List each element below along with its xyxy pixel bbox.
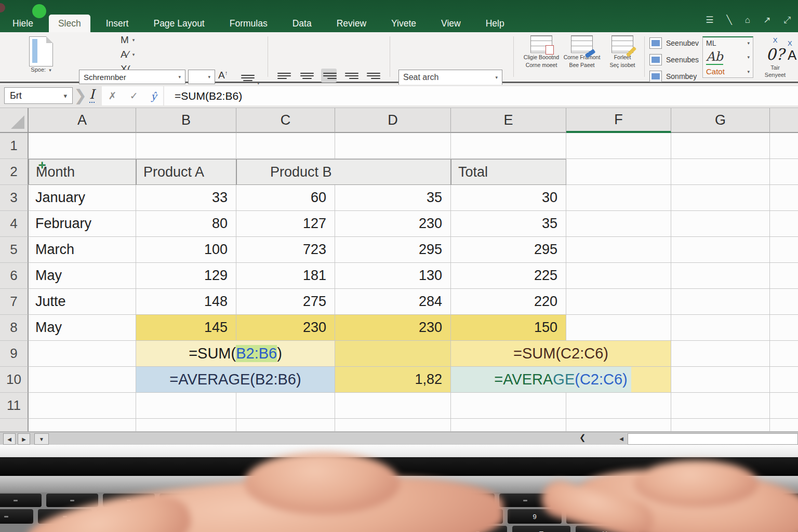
cell-H9[interactable] xyxy=(770,341,798,367)
menu-tab-slech[interactable]: Slech xyxy=(49,15,90,33)
cell-B3[interactable]: 33 xyxy=(136,185,236,211)
row-header-8[interactable]: 8 xyxy=(0,315,29,341)
cell-A8[interactable]: May xyxy=(29,315,136,341)
cell-G4[interactable] xyxy=(671,211,770,237)
cell-A7[interactable]: Jutte xyxy=(29,289,136,315)
cell-D3[interactable]: 35 xyxy=(335,185,451,211)
cell-H6[interactable] xyxy=(770,263,798,289)
share-arrow-icon[interactable]: ↗ xyxy=(763,15,770,25)
cell-H11[interactable] xyxy=(770,393,798,419)
menu-tab-review[interactable]: Review xyxy=(336,15,367,32)
cell-E9[interactable]: =SUM(C2:C6) xyxy=(451,341,671,367)
formula-input[interactable]: =SUM(B2:B6) xyxy=(164,86,798,105)
find-select-button[interactable]: X A xyxy=(788,39,796,63)
cell-B2[interactable]: Product A xyxy=(136,159,236,185)
cell-F7[interactable] xyxy=(566,289,671,315)
cell-C6[interactable]: 181 xyxy=(236,263,335,289)
cell-C5[interactable]: 723 xyxy=(236,237,335,263)
cell-G1[interactable] xyxy=(671,133,770,159)
cell-F4[interactable] xyxy=(566,211,671,237)
row-header-12[interactable] xyxy=(0,419,29,432)
cell-D6[interactable]: 130 xyxy=(335,263,451,289)
cell-E10[interactable]: =AVERAGE(C2:C6) xyxy=(451,367,671,393)
cell-G5[interactable] xyxy=(671,237,770,263)
cell-B9[interactable]: =SUM(B2:B6) xyxy=(136,341,335,367)
menu-tab-data[interactable]: Data xyxy=(291,15,313,32)
column-header-F[interactable]: F xyxy=(566,108,671,133)
cell-D9[interactable] xyxy=(335,341,451,367)
editing-row-2[interactable]: Ab xyxy=(706,49,723,65)
cell-F1[interactable] xyxy=(566,133,671,159)
menu-tab-hiele[interactable]: Hiele xyxy=(11,15,34,32)
insert-function-icon[interactable]: ŷ xyxy=(151,90,157,102)
horizontal-scrollbar[interactable] xyxy=(628,433,798,445)
cell-B7[interactable]: 148 xyxy=(136,289,236,315)
cell-C12[interactable] xyxy=(236,419,335,432)
cell-F6[interactable] xyxy=(566,263,671,289)
cell-A4[interactable]: February xyxy=(29,211,136,237)
search-combo[interactable]: Seat arch▾ xyxy=(398,70,502,85)
align-icon-0[interactable] xyxy=(277,69,293,83)
clipboard-button-0[interactable]: M▾ xyxy=(121,34,172,46)
cell-C11[interactable] xyxy=(236,393,335,419)
cell-F3[interactable] xyxy=(566,185,671,211)
name-box[interactable]: Бrt▾ xyxy=(4,87,73,104)
cell-E1[interactable] xyxy=(451,133,566,159)
sort-filter-button[interactable]: X 0? Tair Senyeet xyxy=(760,36,791,80)
cell-D10[interactable]: 1,82 xyxy=(335,367,451,393)
menu-tab-help[interactable]: Help xyxy=(485,15,506,32)
cell-F2[interactable] xyxy=(566,159,671,185)
cell-H10[interactable] xyxy=(770,367,798,393)
cell-D8[interactable]: 230 xyxy=(335,315,451,341)
cell-H3[interactable] xyxy=(770,185,798,211)
style-big-button-2[interactable]: ForleetSeç isobet xyxy=(601,35,644,69)
align-icon-1[interactable] xyxy=(299,69,315,83)
select-all-corner[interactable] xyxy=(0,108,29,133)
hscroll-left-button[interactable]: ◀ xyxy=(616,433,627,444)
cell-B12[interactable] xyxy=(136,419,236,432)
cell-D5[interactable]: 295 xyxy=(335,237,451,263)
row-header-4[interactable]: 4 xyxy=(0,211,29,237)
cell-E2[interactable]: Total xyxy=(451,159,566,185)
align-icon-2[interactable] xyxy=(321,69,337,83)
cell-B6[interactable]: 129 xyxy=(136,263,236,289)
sheet-nav-left-button[interactable]: ◀ xyxy=(3,433,16,445)
cell-G9[interactable] xyxy=(671,341,770,367)
menu-tab-yivete[interactable]: Yivete xyxy=(390,15,417,32)
cell-G7[interactable] xyxy=(671,289,770,315)
cell-C7[interactable]: 275 xyxy=(236,289,335,315)
cell-H8[interactable] xyxy=(770,315,798,341)
cell-A3[interactable]: January xyxy=(29,185,136,211)
row-header-5[interactable]: 5 xyxy=(0,237,29,263)
cell-G10[interactable] xyxy=(671,367,770,393)
column-header-C[interactable]: C xyxy=(236,108,335,133)
style-big-button-1[interactable]: Corne FramontBee Paeet xyxy=(560,35,604,69)
cell-G11[interactable] xyxy=(671,393,770,419)
cell-E8[interactable]: 150 xyxy=(451,315,566,341)
cell-G6[interactable] xyxy=(671,263,770,289)
cell-G2[interactable] xyxy=(671,159,770,185)
menu-lines-icon[interactable]: ☰ xyxy=(706,15,713,25)
enter-icon[interactable]: ✓ xyxy=(130,90,138,102)
cell-A12[interactable] xyxy=(29,419,136,432)
row-header-3[interactable]: 3 xyxy=(0,185,29,211)
cell-E6[interactable]: 225 xyxy=(451,263,566,289)
column-header-partial[interactable] xyxy=(770,108,798,133)
style-big-button-0[interactable]: Cligie BoootndCorne moeet xyxy=(520,35,563,69)
cell-H7[interactable] xyxy=(770,289,798,315)
sheet-nav-right-button[interactable]: ▶ xyxy=(18,433,30,445)
cell-D12[interactable] xyxy=(335,419,451,432)
home-icon[interactable]: ⌂ xyxy=(745,15,750,25)
row-header-9[interactable]: 9 xyxy=(0,341,29,367)
menu-tab-view[interactable]: View xyxy=(440,15,462,32)
cancel-icon[interactable]: ✗ xyxy=(109,90,117,102)
italic-fx-icon[interactable]: I xyxy=(89,87,95,103)
cell-G12[interactable] xyxy=(671,419,770,432)
column-header-A[interactable]: A xyxy=(29,108,136,133)
grow-font-button[interactable]: A↑ xyxy=(218,70,228,81)
row-header-7[interactable]: 7 xyxy=(0,289,29,315)
cell-E7[interactable]: 220 xyxy=(451,289,566,315)
clipboard-button-1[interactable]: A⁄▾ xyxy=(121,49,172,60)
cell-E12[interactable] xyxy=(451,419,566,432)
cell-B8[interactable]: 145 xyxy=(136,315,236,341)
